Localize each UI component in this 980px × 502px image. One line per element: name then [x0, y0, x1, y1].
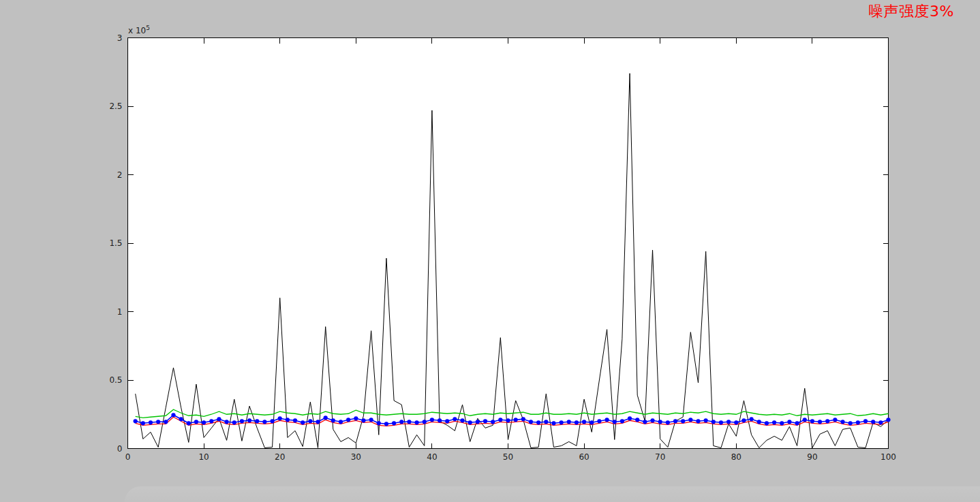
data-point-marker: [187, 421, 191, 425]
noise-level-annotation: 噪声强度3%: [868, 3, 954, 20]
data-point-marker: [498, 418, 502, 422]
data-point-marker: [825, 419, 829, 423]
data-point-marker: [726, 420, 731, 424]
data-point-marker: [445, 419, 449, 423]
x-tick-label: 70: [655, 452, 665, 462]
y-tick-label: 2.5: [109, 101, 122, 111]
y-tick-label: 2: [117, 170, 123, 180]
data-point-marker: [194, 420, 198, 424]
data-point-marker: [787, 420, 791, 424]
data-point-marker: [567, 420, 571, 424]
data-point-marker: [856, 420, 860, 424]
data-point-marker: [757, 420, 761, 424]
y-tick-label: 3: [117, 33, 123, 43]
data-point-marker: [719, 420, 723, 424]
x-tick-label: 90: [807, 452, 817, 462]
data-point-marker: [810, 419, 814, 423]
data-point-marker: [423, 420, 427, 424]
y-tick-label: 0.5: [109, 375, 122, 385]
data-point-marker: [134, 419, 138, 423]
data-point-marker: [483, 419, 487, 423]
data-point-marker: [384, 422, 388, 426]
x-tick-label: 10: [198, 452, 209, 462]
data-point-marker: [369, 418, 373, 422]
data-point-marker: [270, 419, 274, 423]
data-point-marker: [399, 420, 403, 424]
chart-canvas: 010203040506070809010000.511.522.53: [0, 0, 980, 502]
data-point-marker: [476, 420, 480, 424]
data-point-marker: [741, 418, 746, 422]
x-tick-label: 30: [351, 452, 361, 462]
data-point-marker: [491, 420, 495, 424]
data-point-marker: [156, 420, 160, 424]
data-point-marker: [240, 419, 244, 423]
data-point-marker: [361, 418, 365, 422]
data-point-marker: [795, 421, 799, 425]
data-point-marker: [468, 420, 472, 424]
y-tick-label: 1.5: [109, 238, 122, 248]
data-point-marker: [346, 418, 350, 422]
data-point-marker: [331, 418, 335, 422]
data-point-marker: [833, 418, 837, 422]
data-point-marker: [688, 418, 692, 422]
data-point-marker: [255, 419, 259, 423]
x-tick-label: 100: [881, 452, 896, 462]
data-point-marker: [536, 420, 540, 424]
data-point-marker: [301, 420, 305, 424]
data-point-marker: [262, 420, 266, 424]
data-point-marker: [696, 419, 700, 423]
data-point-marker: [560, 420, 564, 424]
data-point-marker: [316, 420, 320, 424]
y-tick-label: 0: [117, 444, 123, 454]
data-point-marker: [278, 416, 282, 420]
data-point-marker: [506, 418, 510, 422]
x-tick-label: 0: [125, 452, 131, 462]
exponent-base: x 10: [128, 26, 146, 35]
data-point-marker: [878, 420, 883, 424]
matlab-figure-window: 噪声强度3% x 105 010203040506070809010000.51…: [0, 0, 980, 502]
x-tick-label: 40: [427, 452, 437, 462]
data-point-marker: [840, 420, 844, 424]
data-point-marker: [635, 418, 639, 422]
data-point-marker: [848, 421, 853, 425]
data-point-marker: [286, 418, 290, 422]
data-point-marker: [529, 420, 533, 424]
data-point-marker: [673, 419, 677, 423]
data-point-marker: [818, 420, 822, 424]
data-point-marker: [604, 418, 609, 422]
data-point-marker: [597, 419, 601, 423]
data-point-marker: [308, 419, 312, 423]
data-point-marker: [430, 418, 434, 422]
x-tick-label: 20: [275, 452, 285, 462]
data-point-marker: [217, 417, 221, 421]
data-point-marker: [521, 417, 525, 421]
data-point-marker: [179, 417, 183, 421]
data-point-marker: [293, 418, 297, 422]
data-point-marker: [414, 420, 418, 424]
data-point-marker: [149, 420, 153, 424]
x-tick-label: 60: [579, 452, 589, 462]
data-point-marker: [232, 420, 236, 424]
data-point-marker: [514, 418, 518, 422]
data-point-marker: [628, 416, 632, 420]
x-tick-label: 50: [503, 452, 513, 462]
plot-background: [128, 38, 889, 449]
data-point-marker: [871, 420, 875, 424]
data-point-marker: [377, 421, 381, 425]
data-point-marker: [711, 420, 716, 424]
data-point-marker: [863, 419, 868, 423]
data-point-marker: [780, 421, 784, 425]
data-point-marker: [202, 420, 206, 424]
data-point-marker: [658, 420, 662, 424]
data-point-marker: [613, 420, 617, 424]
data-point-marker: [575, 420, 579, 424]
data-point-marker: [544, 420, 548, 424]
data-point-marker: [666, 420, 670, 424]
data-point-marker: [886, 418, 890, 422]
data-point-marker: [734, 420, 738, 424]
data-point-marker: [620, 419, 624, 423]
data-point-marker: [324, 415, 328, 420]
y-tick-label: 1: [117, 307, 123, 317]
data-point-marker: [171, 413, 175, 417]
data-point-marker: [582, 420, 586, 424]
